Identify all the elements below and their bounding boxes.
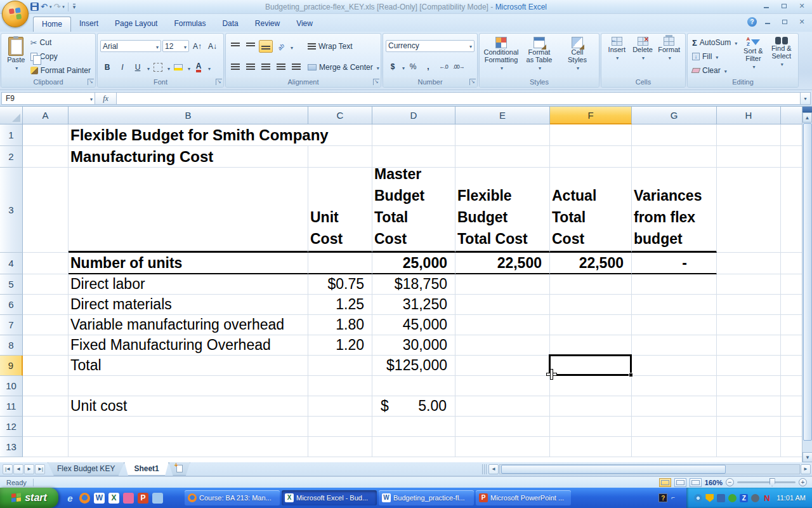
word-icon[interactable]: W [94,493,105,504]
cell-F12[interactable] [550,417,632,437]
tab-review[interactable]: Review [247,17,288,32]
cell-E8[interactable] [455,335,550,356]
cell-H12[interactable] [717,417,781,437]
cell-H1[interactable] [717,124,781,146]
row-header-9[interactable]: 9 [0,356,23,376]
cell-G6[interactable] [632,295,717,315]
fill-handle[interactable] [629,373,633,377]
cell-A11[interactable] [23,396,69,417]
column-header-B[interactable]: B [69,107,308,124]
cell-A5[interactable] [23,274,69,295]
orientation-dropdown-icon[interactable] [289,41,293,52]
row-header-4[interactable]: 4 [0,253,23,274]
borders-button[interactable] [151,61,165,74]
zoom-slider[interactable] [737,481,796,483]
undo-dropdown-icon[interactable]: ▾ [49,4,52,10]
tab-page-layout[interactable]: Page Layout [107,17,166,32]
accounting-format-button[interactable]: $ [386,60,400,73]
underline-dropdown-icon[interactable] [146,62,150,73]
cell-H3[interactable] [717,168,781,253]
cell-E5[interactable] [455,274,550,295]
cell-D5[interactable]: $18,750 [372,274,455,295]
cell-G8[interactable] [632,335,717,356]
cell-E9[interactable] [455,356,550,376]
row-header-1[interactable]: 1 [0,124,23,146]
row-header-2[interactable]: 2 [0,146,23,168]
taskbar-button-document[interactable]: W Budgeting_practice-fl... [379,490,474,505]
cell-A7[interactable] [23,315,69,335]
align-right-button[interactable] [259,61,273,74]
tray-z-icon[interactable]: Z [740,494,748,502]
column-header-G[interactable]: G [632,107,717,124]
tray-green-app-icon[interactable] [728,494,737,502]
insert-function-button[interactable]: fx [95,92,117,105]
cell-D7[interactable]: 45,000 [372,315,455,335]
wrap-text-button[interactable]: Wrap Text [306,41,381,51]
tray-gray-app-icon[interactable] [751,494,759,502]
save-icon[interactable] [30,3,39,11]
fill-color-button[interactable] [171,61,185,74]
cell-D6[interactable]: 31,250 [372,295,455,315]
row-header-10[interactable]: 10 [0,376,23,396]
increase-decimal-button[interactable]: ←.0 [436,60,450,73]
cell-D4[interactable]: 25,000 [372,253,455,274]
cell-G4[interactable]: - [632,253,717,274]
taskbar-button-excel[interactable]: X Microsoft Excel - Bud... [282,490,377,505]
normal-view-button[interactable] [659,478,671,487]
vertical-split-handle[interactable] [802,107,812,112]
font-size-combo[interactable]: 12 [162,40,189,52]
cell-A10[interactable] [23,376,69,396]
tray-globe-icon[interactable] [694,494,702,502]
cell-H8[interactable] [717,335,781,356]
taskbar-button-powerpoint[interactable]: P Microsoft PowerPoint ... [476,490,571,505]
cell-A6[interactable] [23,295,69,315]
format-cells-button[interactable]: Format [655,36,683,77]
cell-A12[interactable] [23,417,69,437]
cell-G9[interactable] [632,356,717,376]
cell-E6[interactable] [455,295,550,315]
cell-E2[interactable] [455,146,550,168]
internet-explorer-icon[interactable]: e [65,493,75,504]
cell-G13[interactable] [632,437,717,457]
cell-D11[interactable]: $5.00 [372,396,455,417]
cell-E10[interactable] [455,376,550,396]
page-layout-view-button[interactable] [674,478,686,487]
align-left-button[interactable] [228,61,242,74]
horizontal-scroll-thumb[interactable] [501,465,726,474]
cell-C4[interactable] [308,253,372,274]
cell-F6[interactable] [550,295,632,315]
fill-color-dropdown-icon[interactable] [187,62,190,73]
start-button[interactable]: start [0,488,58,508]
percent-style-button[interactable]: % [406,60,420,73]
previous-sheet-icon[interactable] [13,464,23,474]
column-header-E[interactable]: E [455,107,550,124]
align-center-button[interactable] [244,61,258,74]
insert-worksheet-button[interactable] [169,462,190,476]
zoom-out-button[interactable]: − [726,478,734,486]
cell-D10[interactable] [372,376,455,396]
cell-B7[interactable]: Variable manufacturing overhead [69,315,308,335]
cell-G2[interactable] [632,146,717,168]
cell-F7[interactable] [550,315,632,335]
borders-dropdown-icon[interactable] [166,62,170,73]
excel-icon[interactable]: X [108,493,119,504]
grow-font-button[interactable]: A↑ [190,40,204,53]
orientation-button[interactable] [274,40,288,53]
close-button[interactable]: ✕ [796,2,808,11]
cell-H5[interactable] [717,274,781,295]
font-color-dropdown-icon[interactable] [207,62,211,73]
cell-A2[interactable] [23,146,69,168]
copy-button[interactable]: Copy [29,51,93,62]
cell-G5[interactable] [632,274,717,295]
merge-center-button[interactable]: Merge & Center [306,62,381,72]
cell-C8[interactable]: 1.20 [308,335,372,356]
row-header-12[interactable]: 12 [0,417,23,437]
zoom-level[interactable]: 160% [705,479,723,486]
cell-C3[interactable]: Unit Cost [308,168,372,253]
last-sheet-icon[interactable] [35,464,45,474]
clipboard-dialog-launcher-icon[interactable] [88,79,94,85]
cell-E13[interactable] [455,437,550,457]
bold-button[interactable]: B [100,61,114,74]
cell-C7[interactable]: 1.80 [308,315,372,335]
number-dialog-launcher-icon[interactable] [469,79,476,85]
